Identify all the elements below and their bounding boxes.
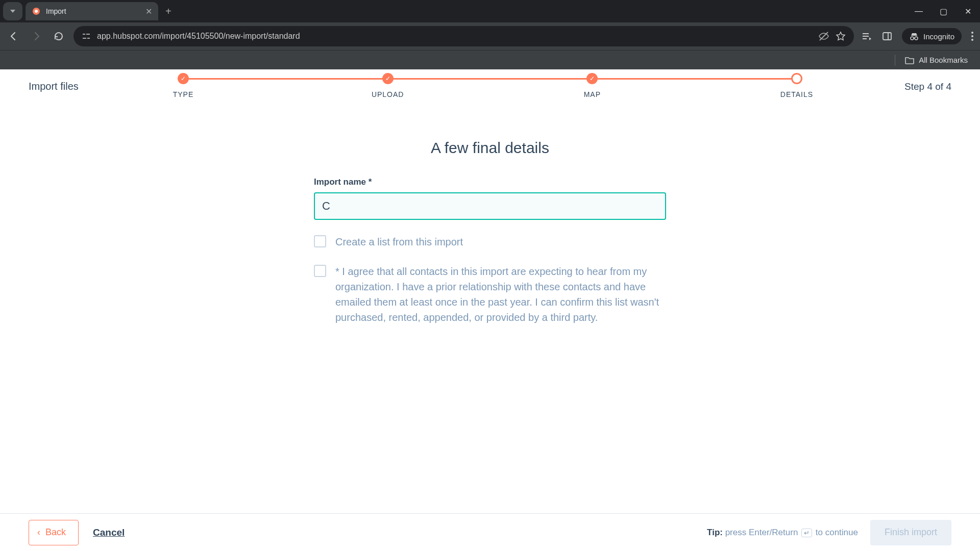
url-text: app.hubspot.com/import/45105500/new-impo… (97, 32, 812, 41)
progress-stepper: ✓ TYPE ✓ UPLOAD ✓ MAP DETAILS (176, 73, 804, 104)
folder-icon (904, 56, 915, 65)
step-check-icon: ✓ (382, 73, 394, 84)
incognito-icon (909, 31, 919, 41)
svg-point-12 (911, 37, 914, 40)
maximize-window-button[interactable]: ▢ (931, 0, 955, 22)
divider (895, 55, 895, 66)
hubspot-favicon-icon (32, 7, 41, 16)
svg-point-13 (915, 37, 918, 40)
browser-toolbar: app.hubspot.com/import/45105500/new-impo… (0, 22, 980, 50)
step-label: MAP (584, 90, 601, 98)
cancel-button[interactable]: Cancel (93, 527, 125, 538)
consent-checkbox[interactable] (314, 265, 326, 277)
svg-rect-9 (863, 38, 867, 39)
tip-bold: Tip: (707, 528, 723, 537)
create-list-row: Create a list from this import (314, 234, 666, 249)
footer-tip: Tip: press Enter/Return ↵ to continue (707, 528, 858, 538)
back-button[interactable] (6, 29, 21, 44)
svg-point-15 (971, 32, 973, 34)
minimize-window-button[interactable]: — (906, 0, 931, 22)
step-details: DETAILS (790, 73, 804, 98)
import-name-input[interactable] (314, 192, 666, 220)
create-list-checkbox[interactable] (314, 235, 326, 247)
chevron-left-icon: ‹ (37, 527, 40, 538)
tab-search-button[interactable] (3, 2, 22, 20)
site-info-icon[interactable] (82, 32, 91, 41)
finish-import-button[interactable]: Finish import (870, 520, 951, 545)
all-bookmarks-button[interactable]: All Bookmarks (904, 56, 968, 65)
reload-button[interactable] (51, 29, 66, 44)
svg-point-16 (971, 35, 973, 37)
svg-point-17 (971, 39, 973, 41)
forward-button[interactable] (29, 29, 44, 44)
step-label: DETAILS (780, 90, 813, 98)
svg-rect-5 (87, 38, 90, 39)
footer-bar: ‹ Back Cancel Tip: press Enter/Return ↵ … (0, 513, 980, 551)
step-map: ✓ MAP (585, 73, 599, 98)
media-control-icon[interactable] (861, 31, 872, 42)
consent-label: * I agree that all contacts in this impo… (335, 264, 666, 325)
step-current-icon (791, 73, 802, 84)
enter-key-icon: ↵ (801, 529, 812, 537)
browser-menu-icon[interactable] (971, 31, 974, 42)
back-button[interactable]: ‹ Back (29, 520, 79, 545)
svg-rect-3 (86, 34, 90, 35)
svg-rect-4 (83, 38, 86, 39)
close-window-button[interactable]: ✕ (955, 0, 980, 22)
side-panel-icon[interactable] (881, 31, 893, 42)
svg-rect-2 (83, 34, 85, 35)
step-label: UPLOAD (372, 90, 404, 98)
browser-tab-strip: Import ✕ + — ▢ ✕ (0, 0, 980, 22)
browser-tab[interactable]: Import ✕ (26, 2, 158, 20)
svg-rect-7 (863, 33, 869, 34)
all-bookmarks-label: All Bookmarks (919, 56, 968, 64)
create-list-label: Create a list from this import (335, 234, 463, 249)
close-tab-icon[interactable]: ✕ (145, 7, 152, 16)
tab-title: Import (46, 7, 66, 15)
step-check-icon: ✓ (178, 73, 189, 84)
import-name-label: Import name * (314, 177, 666, 187)
form-container: A few final details Import name * Create… (314, 139, 666, 325)
step-check-icon: ✓ (586, 73, 598, 84)
bookmarks-bar: All Bookmarks (0, 50, 980, 69)
incognito-badge[interactable]: Incognito (902, 28, 962, 44)
step-indicator: Step 4 of 4 (904, 81, 951, 92)
incognito-label: Incognito (923, 32, 954, 41)
address-bar[interactable]: app.hubspot.com/import/45105500/new-impo… (74, 26, 854, 46)
tip-text-2: to continue (813, 528, 858, 537)
step-type: ✓ TYPE (176, 73, 190, 98)
tip-text: press Enter/Return (723, 528, 800, 537)
eye-off-icon[interactable] (818, 31, 829, 42)
page-title: Import files (29, 81, 79, 92)
bookmark-star-icon[interactable] (836, 31, 846, 41)
form-heading: A few final details (314, 139, 666, 157)
svg-point-1 (35, 10, 38, 13)
chevron-down-icon (10, 10, 15, 13)
svg-rect-8 (863, 36, 869, 37)
step-label: TYPE (173, 90, 194, 98)
step-upload: ✓ UPLOAD (381, 73, 395, 98)
back-label: Back (45, 527, 66, 538)
svg-rect-10 (883, 33, 891, 40)
new-tab-button[interactable]: + (158, 2, 179, 20)
consent-row: * I agree that all contacts in this impo… (314, 264, 666, 325)
